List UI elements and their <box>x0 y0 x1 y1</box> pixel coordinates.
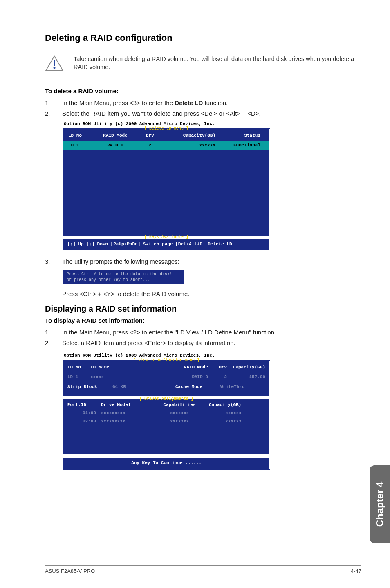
cell-capabilities: xxxxxxx <box>155 410 204 417</box>
table-row: 02:00 xxxxxxxxx xxxxxxx xxxxxx <box>63 417 269 426</box>
col-capabilities: Capabilities <box>155 402 204 408</box>
menu-label: [ Delete LD Menu ] <box>63 126 269 132</box>
cell-drv: 2 <box>208 374 227 381</box>
chapter-tab: Chapter 4 <box>370 465 390 543</box>
after-prompt-text: Press <Ctrl> + <Y> to delete the RAID vo… <box>62 290 361 298</box>
step-num: 2. <box>45 109 51 118</box>
step-text: Select the RAID item you want to delete … <box>62 109 261 118</box>
col-ld-no: LD No <box>68 132 93 139</box>
cell-ld-no: LD 1 <box>68 142 93 149</box>
heading-delete-config: Deleting a RAID configuration <box>45 33 361 43</box>
continue-prompt[interactable]: Any Key To Continue....... <box>62 456 271 470</box>
prompt-line: Press Ctrl-Y to delte the data in the di… <box>67 272 180 277</box>
strip-block-value: 64 KB <box>112 384 157 391</box>
cell-model: xxxxxxxxx <box>101 418 150 425</box>
col-drv: Drv <box>208 364 227 371</box>
cell-capabilities: xxxxxxx <box>155 418 204 425</box>
step-num: 3. <box>45 257 51 266</box>
col-capacity: Capacity(GB) <box>227 364 265 371</box>
col-ld-no: LD No <box>67 364 90 371</box>
step-text: Select a RAID item and press <Enter> to … <box>62 339 235 348</box>
page-footer: ASUS F2A85-V PRO 4-47 <box>45 565 361 574</box>
footer-product: ASUS F2A85-V PRO <box>45 568 95 574</box>
cell-port: 02:00 <box>67 418 96 425</box>
table-row[interactable]: LD 1 RAID 0 2 xxxxxx Functional <box>63 141 269 150</box>
col-model: Drive Model <box>101 402 150 408</box>
cell-capacity: xxxxxx <box>209 418 258 425</box>
menu-label: [ View LD Defination Menu ] <box>63 358 269 364</box>
cell-capacity: 157.99 <box>227 374 265 381</box>
cell-capacity: xxxxxx <box>209 410 258 417</box>
cell-port: 01:00 <box>67 410 96 417</box>
display-steps: 1. In the Main Menu, press <2> to enter … <box>45 328 361 470</box>
cell-raid-mode: RAID 0 <box>175 374 208 381</box>
step-text: In the Main Menu, press <2> to enter the… <box>62 328 276 337</box>
col-status: Status <box>215 132 260 139</box>
delete-steps: 1. In the Main Menu, press <3> to enter … <box>45 99 361 298</box>
col-raid-mode: RAID Mode <box>93 132 138 139</box>
step-text: The utility prompts the following messag… <box>62 257 179 266</box>
subhead-display: To display a RAID set information: <box>45 317 361 324</box>
col-raid-mode: RAID Mode <box>175 364 208 371</box>
col-ld-name: LD Name <box>90 364 135 371</box>
svg-point-1 <box>54 67 56 69</box>
col-capacity: Capacity(GB) <box>162 132 215 139</box>
col-port: Port:ID <box>67 402 96 408</box>
caution-text: Take caution when deleting a RAID volume… <box>74 55 359 71</box>
cache-mode-value: WriteThru <box>220 384 265 391</box>
drives-label: [ Drives Assignments ] <box>63 396 269 402</box>
heading-display-info: Displaying a RAID set information <box>45 304 361 314</box>
caution-icon <box>45 55 64 72</box>
prompt-line: or press any other key to abort... <box>67 277 180 283</box>
keys-label: [ Keys Available ] <box>62 234 271 240</box>
step-text: In the Main Menu, press <3> to enter the… <box>62 99 228 108</box>
step-num: 1. <box>45 99 51 108</box>
cell-model: xxxxxxxxx <box>101 410 150 417</box>
bios-delete-ld-screen: Option ROM Utility (c) 2009 Advanced Mic… <box>62 120 271 252</box>
cell-capacity: xxxxxx <box>162 142 215 149</box>
chapter-tab-label: Chapter 4 <box>374 482 386 527</box>
cell-ld-no: LD 1 <box>67 374 90 381</box>
bios-view-ld-screen: Option ROM Utility (c) 2009 Advanced Mic… <box>62 351 271 470</box>
footer-page: 4-47 <box>351 568 361 574</box>
confirm-prompt: Press Ctrl-Y to delte the data in the di… <box>62 269 185 285</box>
cell-drv: 2 <box>138 142 162 149</box>
cell-raid-mode: RAID 0 <box>93 142 138 149</box>
cell-status: Functional <box>215 142 260 149</box>
col-capacity: Capacity(GB) <box>209 402 258 408</box>
col-drv: Drv <box>138 132 162 139</box>
cache-mode-label: Cache Mode <box>175 384 220 391</box>
cell-ld-name: xxxxx <box>90 374 135 381</box>
step-num: 1. <box>45 328 51 337</box>
subhead-delete: To delete a RAID volume: <box>45 88 361 94</box>
table-row[interactable]: LD 1 xxxxx RAID 0 2 157.99 <box>63 373 269 382</box>
svg-rect-0 <box>54 60 55 66</box>
step-num: 2. <box>45 339 51 348</box>
caution-box: Take caution when deleting a RAID volume… <box>45 51 361 76</box>
strip-block-label: Strip Block <box>67 384 112 391</box>
table-row: 01:00 xxxxxxxxx xxxxxxx xxxxxx <box>63 409 269 417</box>
